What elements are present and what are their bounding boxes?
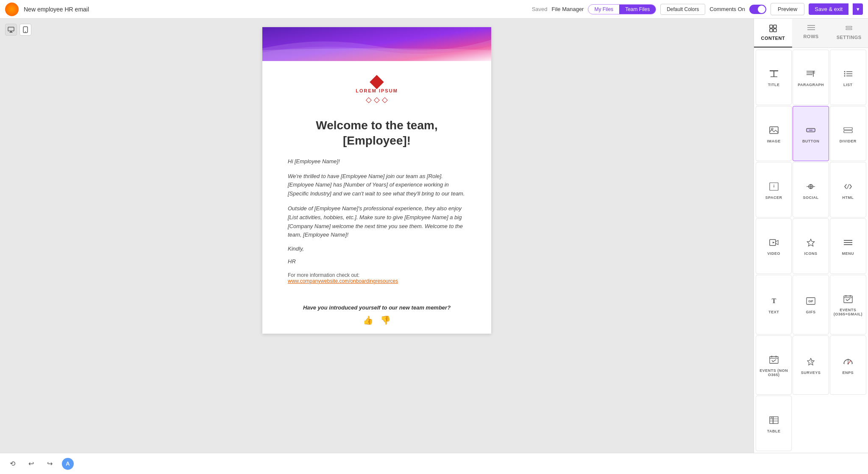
undo-button[interactable]: ↩ — [25, 457, 37, 470]
menu-icon — [843, 238, 853, 249]
button-label: BUTTON — [802, 139, 819, 143]
table-label: TABLE — [767, 429, 781, 433]
email-thumbs: 👍 👎 — [262, 315, 491, 325]
panel-item-list[interactable]: LIST — [830, 50, 866, 105]
user-avatar[interactable]: A — [62, 458, 74, 470]
gifs-label: GIFS — [806, 310, 816, 314]
html-icon — [843, 182, 853, 193]
svg-text:T: T — [771, 297, 776, 304]
redo-button[interactable]: ↪ — [43, 457, 56, 470]
default-colors-button[interactable]: Default Colors — [660, 4, 705, 15]
svg-rect-13 — [846, 26, 852, 28]
paragraph-label: PARAGRAPH — [798, 83, 824, 87]
panel-item-social[interactable]: SOCIAL — [793, 162, 829, 217]
email-para2: Outside of [Employee Name]'s professiona… — [288, 204, 466, 240]
events-o365-label: EVENTS (O365+GMAIL) — [834, 308, 862, 316]
image-icon — [769, 125, 779, 137]
bottom-bar: ⟲ ↩ ↪ A — [0, 453, 868, 474]
text-icon: T — [769, 296, 779, 307]
panel-item-image[interactable]: IMAGE — [756, 106, 792, 162]
svg-rect-32 — [844, 128, 852, 130]
history-button[interactable]: ⟲ — [6, 457, 19, 470]
desktop-view-button[interactable] — [5, 24, 17, 36]
save-exit-dropdown-button[interactable]: ▾ — [853, 3, 863, 15]
table-icon: X — [769, 415, 779, 427]
panel-item-table[interactable]: X TABLE — [756, 396, 792, 451]
video-label: VIDEO — [767, 251, 780, 256]
mobile-view-button[interactable] — [19, 24, 31, 36]
comments-on-label: Comments On — [709, 6, 745, 12]
email-closing: Kindly, HR — [288, 245, 466, 265]
enps-icon — [843, 357, 854, 368]
svg-point-24 — [844, 73, 845, 75]
email-logo-area: ◆ LOREM IPSUM ◇ ◇ ◇ — [262, 61, 491, 109]
panel-item-surveys[interactable]: SURVEYS — [793, 335, 829, 395]
panel-item-title[interactable]: TITLE — [756, 50, 792, 105]
email-canvas: ◆ LOREM IPSUM ◇ ◇ ◇ Welcome to the team,… — [262, 27, 491, 334]
panel-item-text[interactable]: T TEXT — [756, 275, 792, 335]
team-files-button[interactable]: Team Files — [619, 5, 656, 14]
panel-item-enps[interactable]: ENPS — [830, 335, 866, 395]
panel-item-icons[interactable]: ICONS — [793, 218, 829, 274]
svg-rect-7 — [773, 25, 776, 28]
tab-content[interactable]: CONTENT — [754, 19, 792, 47]
svg-rect-9 — [773, 29, 776, 32]
panel-item-events-non[interactable]: EVENTS (NON O365) — [756, 335, 792, 395]
tab-rows-label: ROWS — [803, 34, 818, 39]
list-label: LIST — [843, 83, 853, 87]
email-bottom-spacer — [262, 325, 491, 334]
panel-item-button[interactable]: BUTTON — [793, 106, 829, 162]
panel-item-html[interactable]: HTML — [830, 162, 866, 217]
panel-item-menu[interactable]: MENU — [830, 218, 866, 274]
svg-point-22 — [844, 71, 845, 72]
desktop-icon — [8, 26, 14, 33]
my-files-button[interactable]: My Files — [588, 5, 619, 14]
panel-item-gifs[interactable]: GIF GIFS — [793, 275, 829, 335]
email-greeting: Hi [Employee Name]! — [288, 157, 466, 166]
svg-marker-41 — [807, 239, 815, 246]
main-layout: ◆ LOREM IPSUM ◇ ◇ ◇ Welcome to the team,… — [0, 19, 868, 453]
saved-status: Saved — [532, 6, 548, 12]
spacer-label: SPACER — [765, 195, 782, 200]
email-header-image — [262, 27, 491, 61]
email-body: Welcome to the team, [Employee]! Hi [Emp… — [262, 109, 491, 297]
header-svg — [262, 27, 491, 61]
panel-item-events-o365[interactable]: EVENTS (O365+GMAIL) — [830, 275, 866, 335]
video-icon — [769, 238, 779, 249]
divider-icon — [843, 125, 853, 137]
rows-tab-icon — [807, 25, 815, 32]
svg-rect-64 — [773, 417, 778, 424]
panel-item-paragraph[interactable]: PARAGRAPH — [793, 50, 829, 105]
surveys-label: SURVEYS — [801, 371, 821, 375]
thumbs-down-button[interactable]: 👎 — [380, 315, 391, 325]
svg-line-38 — [847, 184, 849, 189]
button-icon — [806, 125, 816, 137]
divider-label: DIVIDER — [840, 139, 857, 143]
panel-item-divider[interactable]: DIVIDER — [830, 106, 866, 162]
comments-toggle[interactable] — [749, 5, 766, 14]
svg-point-26 — [844, 75, 845, 77]
tab-rows[interactable]: ROWS — [792, 19, 830, 47]
svg-rect-52 — [770, 357, 778, 363]
document-title: New employee HR email — [24, 6, 527, 13]
panel-item-video[interactable]: VIDEO — [756, 218, 792, 274]
spacer-icon: i — [769, 182, 779, 193]
content-tab-icon — [769, 25, 777, 34]
email-closing2: HR — [288, 258, 466, 265]
svg-rect-1 — [10, 31, 12, 32]
logo-text: LOREM IPSUM — [262, 88, 491, 93]
headline-line1: Welcome to the team, — [316, 119, 437, 132]
preview-button[interactable]: Preview — [771, 3, 804, 15]
footer-link[interactable]: www.companywebsite.com/onboardingresourc… — [288, 278, 398, 284]
svg-text:i: i — [773, 184, 774, 188]
topbar: New employee HR email Saved File Manager… — [0, 0, 868, 19]
title-label: TITLE — [768, 83, 780, 87]
thumbs-up-button[interactable]: 👍 — [363, 315, 373, 325]
social-label: SOCIAL — [803, 195, 819, 200]
tab-settings[interactable]: SETTINGS — [830, 19, 868, 47]
events-non-label: EVENTS (NON O365) — [760, 368, 788, 377]
save-exit-button[interactable]: Save & exit — [809, 3, 849, 15]
panel-item-spacer[interactable]: i SPACER — [756, 162, 792, 217]
redo-icon: ↪ — [47, 460, 53, 468]
icons-icon — [806, 238, 816, 249]
